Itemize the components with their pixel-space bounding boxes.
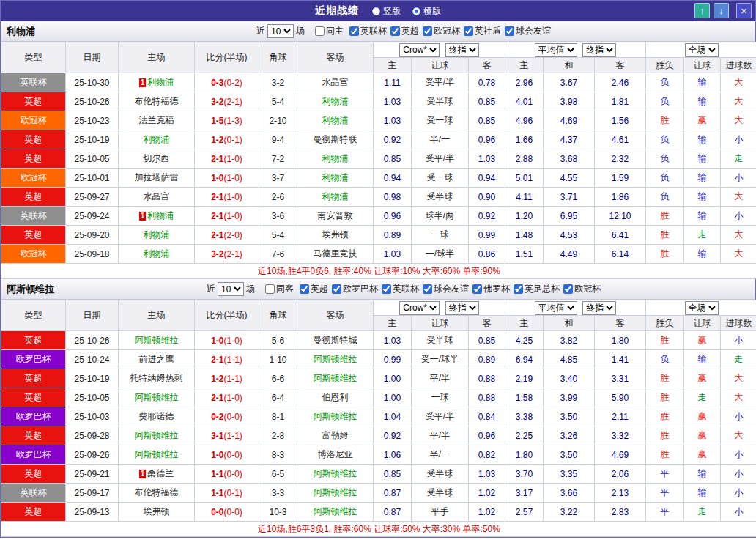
league-filter-checkbox[interactable] (382, 284, 391, 294)
league-filter-checkbox[interactable] (423, 284, 432, 294)
layout-option-vertical[interactable]: 竖版 (372, 5, 401, 18)
match-scope-select[interactable]: 全场 (685, 43, 719, 57)
odds-home: 0.87 (374, 484, 412, 503)
league-filter[interactable]: 英足总杯 (510, 283, 560, 295)
league-filter[interactable]: 英社盾 (460, 25, 501, 37)
team-name: 利物浦 (147, 77, 174, 87)
league-filter-checkbox[interactable] (423, 26, 432, 36)
odds-away: 0.84 (469, 407, 505, 426)
league-filter-checkbox[interactable] (472, 284, 482, 294)
subcol-result-wdl: 胜负 (646, 316, 684, 331)
same-venue-checkbox[interactable] (265, 284, 275, 294)
odds-home: 1.04 (374, 407, 412, 426)
date-cell: 25-09-28 (66, 426, 119, 445)
team-name: 阿斯顿维拉 (135, 449, 179, 459)
layout-option-horizontal[interactable]: 横版 (412, 5, 441, 18)
match-row: 英联杯25-09-17布伦特福德1-1(0-1)3-3阿斯顿维拉0.87受半球1… (1, 484, 756, 503)
odds-mode-select[interactable]: 终指 (445, 43, 479, 57)
result-wdl: 负 (646, 130, 684, 149)
league-filter-checkbox[interactable] (505, 26, 514, 36)
recent-count-select[interactable]: 10 (218, 282, 244, 296)
away-team-cell: 阿斯顿维拉 (297, 350, 374, 369)
col-away: 客场 (297, 300, 374, 331)
recent-count-select[interactable]: 10 (267, 24, 294, 38)
result-handicap: 输 (684, 350, 721, 369)
odds-home: 0.98 (374, 188, 412, 207)
score-cell: 2-1(1-0) (195, 149, 259, 169)
scope-select-cell: 全场 (646, 300, 756, 316)
down-arrow-icon: ↓ (719, 6, 724, 15)
team-name: 阿斯顿维拉 (135, 335, 179, 345)
odds-mode-select[interactable]: 终指 (445, 301, 479, 315)
league-filter[interactable]: 欧罗巴杯 (328, 283, 378, 295)
result-handicap: 输 (684, 92, 721, 111)
home-team-cell: 1利物浦 (119, 73, 195, 92)
result-goals: 小 (721, 465, 756, 484)
league-filter-checkbox[interactable] (332, 284, 341, 294)
close-button[interactable]: × (736, 3, 752, 18)
odds-source-select[interactable]: Crow* (399, 301, 440, 315)
league-filter-checkbox[interactable] (464, 26, 473, 36)
avg-draw: 3.50 (544, 407, 595, 426)
league-filter[interactable]: 英超 (387, 25, 419, 37)
move-up-button[interactable]: ↑ (694, 3, 710, 18)
home-team-cell: 加拉塔萨雷 (119, 169, 195, 188)
team-name: 利物浦 (144, 248, 170, 259)
avg-source-select[interactable]: 平均值 (535, 301, 577, 315)
team-name: 托特纳姆热刺 (130, 373, 183, 383)
team-name: 水晶宫 (322, 77, 349, 87)
recent-suffix-label: 场 (296, 25, 305, 37)
league-filter[interactable]: 欧冠杯 (419, 25, 460, 37)
results-table: 类型 日期 主场 比分(半场) 角球 客场 Crow* 终指 平均值 终指 全场 (1, 300, 756, 537)
odds-away: 0.89 (469, 350, 505, 369)
move-down-button[interactable]: ↓ (714, 3, 729, 18)
col-home: 主场 (119, 300, 195, 331)
odds-away: 0.99 (469, 226, 505, 245)
league-filter[interactable]: 欧冠杯 (560, 283, 601, 295)
league-filter[interactable]: 球会友谊 (501, 25, 551, 37)
avg-source-select[interactable]: 平均值 (535, 43, 577, 57)
team-name: 利物浦 (144, 229, 170, 240)
avg-home: 1.51 (505, 245, 544, 264)
league-filter-checkbox[interactable] (390, 26, 400, 36)
col-type: 类型 (1, 300, 66, 331)
away-team-cell: 曼彻斯特联 (297, 130, 374, 149)
league-filter[interactable]: 英超 (296, 283, 328, 295)
odds-home: 1.03 (374, 92, 412, 111)
radio-icon (412, 7, 420, 15)
odds-source-select[interactable]: Crow* (399, 43, 440, 57)
match-scope-select[interactable]: 全场 (685, 301, 719, 315)
league-cell: 欧冠杯 (1, 245, 66, 264)
close-icon: × (741, 5, 747, 16)
league-filter[interactable]: 英联杯 (378, 283, 419, 295)
away-team-cell: 曼彻斯特城 (297, 331, 374, 350)
team-name: 富勒姆 (322, 430, 349, 440)
match-row: 英超25-10-05阿斯顿维拉2-1(1-0)6-4伯恩利1.00一球0.881… (1, 388, 756, 407)
subcol-odds-handicap: 让球 (412, 58, 469, 73)
result-wdl: 胜 (646, 207, 684, 226)
same-venue-filter[interactable]: 同客 (262, 283, 294, 295)
same-venue-filter[interactable]: 同主 (311, 25, 344, 37)
league-filter-checkbox[interactable] (563, 284, 573, 294)
league-filter[interactable]: 球会友谊 (419, 283, 469, 295)
date-cell: 25-10-19 (66, 130, 119, 149)
same-venue-checkbox[interactable] (315, 26, 325, 36)
avg-mode-select[interactable]: 终指 (582, 43, 616, 57)
subcol-result-goals: 进球数 (721, 58, 756, 73)
date-cell: 25-10-05 (66, 149, 119, 169)
result-goals: 大 (721, 73, 756, 92)
home-team-cell: 阿斯顿维拉 (119, 426, 195, 445)
league-filter-checkbox[interactable] (514, 284, 523, 294)
avg-mode-select[interactable]: 终指 (582, 301, 616, 315)
date-cell: 25-09-17 (66, 484, 119, 503)
league-filter-group: 英联杯英超欧冠杯英社盾球会友谊 (346, 25, 551, 38)
league-filter-checkbox[interactable] (349, 26, 359, 36)
result-goals: 大 (721, 92, 756, 111)
league-filter[interactable]: 英联杯 (346, 25, 387, 37)
league-filter-checkbox[interactable] (300, 284, 309, 294)
league-filter-label: 英足总杯 (525, 283, 560, 295)
subcol-avg-away: 客 (595, 58, 646, 73)
league-filter[interactable]: 佛罗杯 (469, 283, 510, 295)
result-goals: 小 (721, 130, 756, 149)
match-row: 英超25-09-28阿斯顿维拉3-1(1-1)2-8富勒姆0.92平/半0.96… (1, 426, 756, 445)
